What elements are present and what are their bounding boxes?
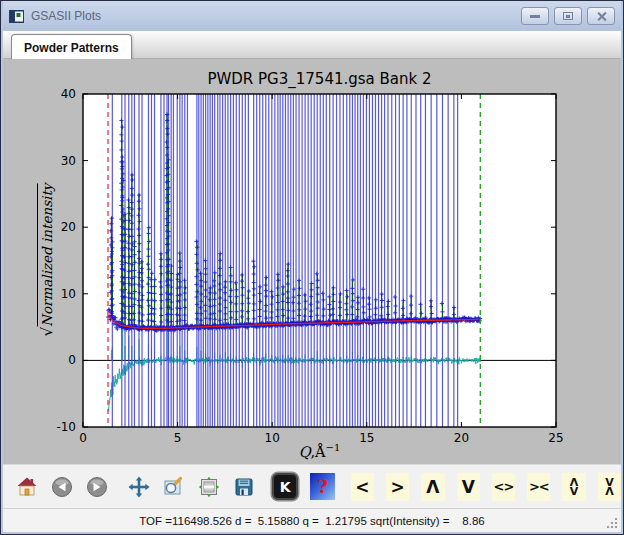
y-tick-label: -10 (56, 420, 76, 434)
y-tick-label: 40 (61, 87, 76, 101)
window-title: GSASII Plots (31, 9, 516, 23)
app-icon (9, 10, 24, 23)
minimize-icon (530, 15, 540, 18)
x-axis-label: Q,Å−1 (83, 442, 556, 460)
subplots-icon (198, 476, 220, 498)
y-tick-label: 10 (61, 287, 76, 301)
plot-title: PWDR PG3_17541.gsa Bank 2 (83, 70, 556, 88)
minimize-button[interactable] (521, 7, 549, 25)
compress-y-button[interactable]: VΛ (598, 473, 621, 501)
y-tick-label: 20 (61, 220, 76, 234)
home-icon (16, 476, 38, 498)
status-readout: TOF =116498.526 d = 5.15880 q = 1.21795 … (139, 515, 484, 527)
home-button[interactable] (15, 473, 38, 501)
maximize-button[interactable] (554, 7, 582, 25)
shift-left-button[interactable]: < (351, 473, 374, 501)
y-axis-label: √Normalized intensity (38, 184, 56, 337)
help-button[interactable]: ? (310, 473, 334, 500)
zoom-rect-icon (163, 476, 185, 498)
back-button[interactable] (50, 473, 73, 501)
save-button[interactable] (233, 473, 256, 501)
subplots-button[interactable] (197, 473, 220, 501)
powder-plot-canvas[interactable]: 0510152025-10010203040 (3, 59, 621, 464)
title-bar[interactable]: GSASII Plots (3, 1, 621, 31)
maximize-icon (563, 12, 573, 20)
client-area: Powder Patterns 0510152025-10010203040 P… (3, 31, 621, 532)
close-icon (596, 11, 607, 22)
y-tick-label: 30 (61, 154, 76, 168)
shift-up-button[interactable]: Λ (421, 473, 444, 501)
zoom-rect-button[interactable] (162, 473, 185, 501)
figure-area: 0510152025-10010203040 PWDR PG3_17541.gs… (3, 59, 621, 464)
forward-icon (86, 476, 108, 498)
status-bar: TOF =116498.526 d = 5.15880 q = 1.21795 … (3, 508, 621, 532)
key-press-button[interactable]: K (272, 473, 298, 500)
resize-grip[interactable] (605, 516, 618, 529)
forward-button[interactable] (86, 473, 109, 501)
plot-toolbar: K ? < > Λ V <> >< ΛV VΛ (3, 464, 621, 508)
shift-right-button[interactable]: > (386, 473, 409, 501)
compress-x-button[interactable]: >< (527, 473, 550, 501)
y-tick-label: 0 (68, 353, 76, 367)
tab-label: Powder Patterns (24, 41, 119, 55)
pan-icon (128, 476, 150, 498)
back-icon (51, 476, 73, 498)
shift-down-button[interactable]: V (457, 473, 480, 501)
tab-powder-patterns[interactable]: Powder Patterns (11, 34, 132, 60)
save-icon (233, 476, 255, 498)
expand-y-button[interactable]: ΛV (562, 473, 585, 501)
tab-strip: Powder Patterns (3, 31, 621, 59)
close-button[interactable] (587, 7, 615, 25)
gsasii-plots-window: GSASII Plots Powder Patterns 0510152025-… (0, 0, 624, 535)
pan-button[interactable] (127, 473, 150, 501)
expand-x-button[interactable]: <> (492, 473, 515, 501)
